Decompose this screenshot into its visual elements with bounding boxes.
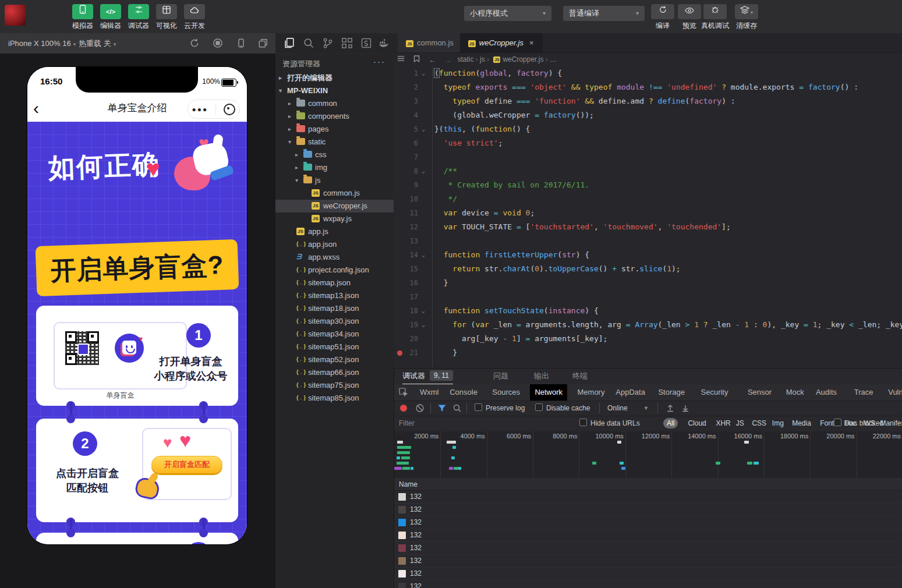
user-avatar[interactable]: [5, 5, 26, 26]
line-number[interactable]: 3: [394, 94, 418, 108]
tree-item-static[interactable]: ▾static: [275, 136, 394, 148]
tool-button-layout[interactable]: 可视化: [154, 4, 179, 31]
line-number[interactable]: 19: [394, 318, 418, 332]
files-icon[interactable]: [284, 37, 296, 50]
devtools-tab-Trace[interactable]: Trace: [850, 384, 878, 401]
tree-item-app.wxss[interactable]: ᗱapp.wxss: [275, 251, 394, 264]
request-row[interactable]: 132: [394, 580, 902, 588]
line-number[interactable]: 14: [394, 248, 418, 262]
preserve-log-checkbox[interactable]: Preserve log: [475, 401, 525, 416]
tree-item-weCropper.js[interactable]: JSweCropper.js: [275, 200, 394, 212]
devtools-tab-Memory[interactable]: Memory: [573, 384, 610, 401]
devtools-tab-Vulnerability[interactable]: Vulnerability: [883, 384, 902, 401]
breadcrumb-item[interactable]: static: [457, 55, 473, 63]
type-filter-JS[interactable]: JS: [736, 416, 744, 431]
record-stop-icon[interactable]: [213, 38, 224, 49]
line-number[interactable]: 11: [394, 206, 418, 220]
panel-tab-问题[interactable]: 问题: [493, 369, 508, 384]
devtools-tab-Sources[interactable]: Sources: [487, 384, 525, 401]
breakpoint-icon[interactable]: [397, 350, 402, 356]
search-icon[interactable]: [452, 403, 462, 413]
tree-item-sitemap18.json[interactable]: {﹒}sitemap18.json: [275, 302, 394, 315]
filter-funnel-icon[interactable]: [437, 403, 447, 413]
tree-item-sitemap52.json[interactable]: {﹒}sitemap52.json: [275, 353, 394, 366]
outline-icon[interactable]: [397, 53, 405, 67]
request-row[interactable]: 132: [394, 516, 902, 529]
type-filter-XHR[interactable]: XHR: [716, 416, 730, 431]
throttling-select[interactable]: Online: [607, 401, 628, 416]
detach-window-icon[interactable]: [258, 38, 270, 49]
line-number[interactable]: 9: [394, 178, 418, 192]
line-number[interactable]: 15: [394, 262, 418, 276]
search-icon[interactable]: [303, 37, 316, 50]
has-blocked-cookies-checkbox[interactable]: Has blocked cookies: [834, 416, 902, 431]
code-area[interactable]: 1⌄(function(global, factory) {2 typeof e…: [394, 66, 902, 368]
tree-item-sitemap66.json[interactable]: {﹒}sitemap66.json: [275, 366, 394, 379]
request-row[interactable]: 132: [394, 504, 902, 516]
fold-chevron-icon[interactable]: ⌄: [422, 164, 430, 178]
tree-item-common.js[interactable]: JScommon.js: [275, 187, 394, 200]
device-selector[interactable]: iPhone X 100% 16▾: [8, 33, 76, 54]
devtools-tab-Network[interactable]: Network: [530, 384, 567, 401]
compile-mode-select[interactable]: 普通编译 ▾: [563, 6, 645, 21]
tree-item-img[interactable]: ▸img: [275, 161, 394, 174]
line-number[interactable]: 1: [394, 66, 418, 80]
line-number[interactable]: 4: [394, 108, 418, 122]
tree-item-sitemap75.json[interactable]: {﹒}sitemap75.json: [275, 379, 394, 392]
line-number[interactable]: 5: [394, 122, 418, 136]
type-filter-Font[interactable]: Font: [820, 416, 834, 431]
tree-item-sitemap34.json[interactable]: {﹒}sitemap34.json: [275, 328, 394, 341]
editor-tab-common.js[interactable]: JScommon.js: [398, 33, 462, 52]
tree-item-sitemap85.json[interactable]: {﹒}sitemap85.json: [275, 392, 394, 405]
breadcrumb-item[interactable]: …: [550, 55, 557, 63]
action-button-compile[interactable]: 编译: [648, 4, 678, 31]
filter-input[interactable]: Filter: [399, 416, 415, 431]
breadcrumb-item[interactable]: js: [480, 55, 485, 63]
mode-select[interactable]: 小程序模式 ▾: [464, 6, 551, 21]
request-row[interactable]: 132: [394, 529, 902, 542]
export-har-icon[interactable]: [681, 403, 690, 413]
tree-item-sitemap.json[interactable]: {﹒}sitemap.json: [275, 277, 394, 289]
tree-item-打开的编辑器[interactable]: ▸打开的编辑器: [275, 72, 394, 84]
line-number[interactable]: 20: [394, 332, 418, 346]
request-row[interactable]: 132: [394, 542, 902, 555]
tree-item-wxpay.js[interactable]: JSwxpay.js: [275, 212, 394, 225]
fold-chevron-icon[interactable]: ⌄: [422, 66, 430, 80]
tree-item-sitemap13.json[interactable]: {﹒}sitemap13.json: [275, 289, 394, 302]
tree-item-sitemap30.json[interactable]: {﹒}sitemap30.json: [275, 315, 394, 328]
tree-item-MP-WEIXIN[interactable]: ▾MP-WEIXIN: [275, 84, 394, 97]
devtools-tab-Wxml[interactable]: Wxml: [415, 384, 444, 401]
type-filter-CSS[interactable]: CSS: [752, 416, 766, 431]
record-icon[interactable]: [400, 405, 407, 412]
panel-tab-输出[interactable]: 输出: [534, 369, 549, 384]
snippet-icon[interactable]: [360, 37, 373, 50]
hide-data-urls-checkbox[interactable]: Hide data URLs: [579, 416, 640, 431]
fold-chevron-icon[interactable]: ⌄: [422, 318, 430, 332]
tool-button-cloud[interactable]: 云开发: [182, 4, 207, 31]
devtools-tab-Sensor[interactable]: Sensor: [743, 384, 776, 401]
back-arrow-icon[interactable]: ←: [429, 53, 436, 67]
tree-item-sitemap51.json[interactable]: {﹒}sitemap51.json: [275, 341, 394, 353]
request-row[interactable]: 132: [394, 491, 902, 504]
hot-reload-toggle[interactable]: 热重载 关▾: [79, 33, 116, 54]
tree-item-components[interactable]: ▸components: [275, 110, 394, 123]
tool-button-debug[interactable]: 调试器: [126, 4, 151, 31]
tree-item-pages[interactable]: ▸pages: [275, 123, 394, 136]
device-orientation-icon[interactable]: [236, 38, 247, 49]
tool-button-phone[interactable]: 模拟器: [70, 4, 95, 31]
tree-item-project.config.json[interactable]: {﹒}project.config.json: [275, 264, 394, 277]
devtools-tab-Mock[interactable]: Mock: [781, 384, 809, 401]
inspect-cursor-icon[interactable]: [399, 388, 408, 397]
panel-tab-调试器[interactable]: 调试器9, 11: [402, 369, 453, 385]
fold-chevron-icon[interactable]: ⌄: [422, 248, 430, 262]
request-row[interactable]: 132: [394, 555, 902, 568]
network-timeline[interactable]: 2000 ms4000 ms6000 ms8000 ms10000 ms1200…: [394, 431, 902, 479]
fold-chevron-icon[interactable]: ⌄: [422, 304, 430, 318]
git-icon[interactable]: [322, 37, 335, 50]
refresh-icon[interactable]: [189, 38, 201, 49]
line-number[interactable]: 2: [394, 80, 418, 94]
editor-tab-weCropper.js[interactable]: JSweCropper.js×: [460, 33, 543, 52]
action-button-bug[interactable]: 真机调试: [700, 4, 730, 31]
close-target-icon[interactable]: [224, 104, 235, 115]
devtools-tab-Audits[interactable]: Audits: [811, 384, 841, 401]
